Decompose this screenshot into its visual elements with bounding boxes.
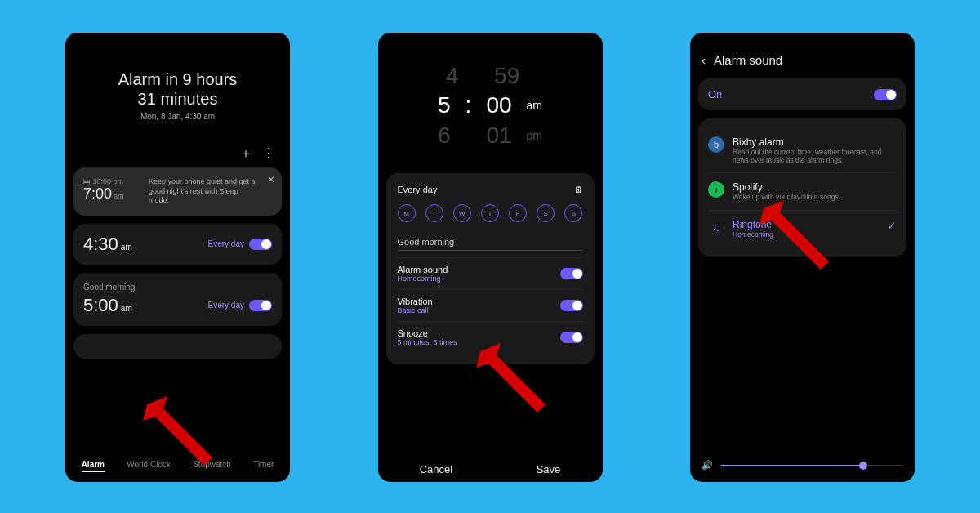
volume-slider[interactable]: 🔊 xyxy=(702,460,903,471)
tab-alarm[interactable]: Alarm xyxy=(82,460,105,472)
alarm-item-partial[interactable] xyxy=(74,334,282,359)
alarm-toggle[interactable] xyxy=(249,300,272,311)
day-th[interactable]: T xyxy=(481,204,499,222)
day-sa[interactable]: S xyxy=(537,204,555,222)
countdown-line2: 31 minutes xyxy=(74,89,282,109)
next-alarm-datetime: Mon, 8 Jan, 4:30 am xyxy=(74,112,282,121)
day-f[interactable]: F xyxy=(509,204,527,222)
tab-stopwatch[interactable]: Stopwatch xyxy=(193,460,231,472)
snooze-toggle[interactable] xyxy=(560,332,583,343)
alarm-settings-panel: Every day 🗓 M T W T F S S Good morning A… xyxy=(386,173,595,364)
sound-toggle[interactable] xyxy=(560,268,583,279)
source-spotify[interactable]: ♪ SpotifyWake up with your favourite son… xyxy=(708,173,897,210)
source-bixby[interactable]: b Bixby alarmRead out the current time, … xyxy=(708,128,897,173)
tab-world-clock[interactable]: World Clock xyxy=(127,460,171,472)
option-vibration[interactable]: VibrationBasic call xyxy=(398,289,583,321)
bixby-icon: b xyxy=(708,136,724,153)
alarm-sound-screen: ‹ Alarm sound On b Bixby alarmRead out t… xyxy=(690,33,915,482)
countdown-line1: Alarm in 9 hours xyxy=(74,69,282,89)
alarm-toggle[interactable] xyxy=(249,239,272,250)
day-m[interactable]: M xyxy=(398,204,416,222)
save-button[interactable]: Save xyxy=(537,463,561,475)
day-w[interactable]: W xyxy=(453,204,471,222)
add-alarm-icon[interactable]: ＋ xyxy=(239,145,252,163)
alarm-list-screen: Alarm in 9 hours 31 minutes Mon, 8 Jan, … xyxy=(65,33,290,482)
on-toggle[interactable] xyxy=(874,89,897,100)
tab-timer[interactable]: Timer xyxy=(253,460,274,472)
vibration-toggle[interactable] xyxy=(560,300,583,311)
alarm-item-430[interactable]: 4:30am Every day xyxy=(74,224,282,265)
sound-source-list: b Bixby alarmRead out the current time, … xyxy=(698,118,906,256)
source-ringtone[interactable]: ♫ RingtoneHomecoming ✓ xyxy=(708,211,897,247)
alarm-name-input[interactable]: Good morning xyxy=(398,232,583,251)
option-snooze[interactable]: Snooze5 minutes, 3 times xyxy=(398,321,583,353)
spotify-icon: ♪ xyxy=(708,181,724,198)
close-icon[interactable]: ✕ xyxy=(267,174,275,185)
sleep-mode-card[interactable]: ✕ 🛏 10:00 pm 7:00am Keep your phone quie… xyxy=(74,167,282,216)
option-alarm-sound[interactable]: Alarm soundHomecoming xyxy=(398,257,583,289)
alarm-item-500[interactable]: Good morning 5:00am Every day xyxy=(74,273,282,326)
day-t[interactable]: T xyxy=(425,204,443,222)
alarm-sound-master-toggle[interactable]: On xyxy=(698,78,906,110)
selected-check-icon: ✓ xyxy=(887,219,897,239)
cancel-button[interactable]: Cancel xyxy=(420,463,452,475)
bottom-tabs: Alarm World Clock Stopwatch Timer xyxy=(65,455,290,477)
sleep-mode-tip: Keep your phone quiet and get a good nig… xyxy=(149,177,272,206)
back-icon[interactable]: ‹ xyxy=(702,53,706,67)
time-picker[interactable]: 4:59 5:00am 6:01pm xyxy=(386,53,595,158)
page-title: Alarm sound xyxy=(714,53,782,67)
calendar-icon[interactable]: 🗓 xyxy=(574,185,583,194)
alarm-countdown-header: Alarm in 9 hours 31 minutes Mon, 8 Jan, … xyxy=(74,41,282,129)
more-options-icon[interactable]: ⋮ xyxy=(262,145,275,163)
day-su[interactable]: S xyxy=(564,204,582,222)
ringtone-icon: ♫ xyxy=(708,219,724,235)
alarm-edit-screen: 4:59 5:00am 6:01pm Every day 🗓 M T W T F… xyxy=(378,33,603,482)
repeat-label: Every day xyxy=(398,185,438,194)
speaker-icon: 🔊 xyxy=(702,460,713,471)
day-picker: M T W T F S S xyxy=(398,204,583,222)
